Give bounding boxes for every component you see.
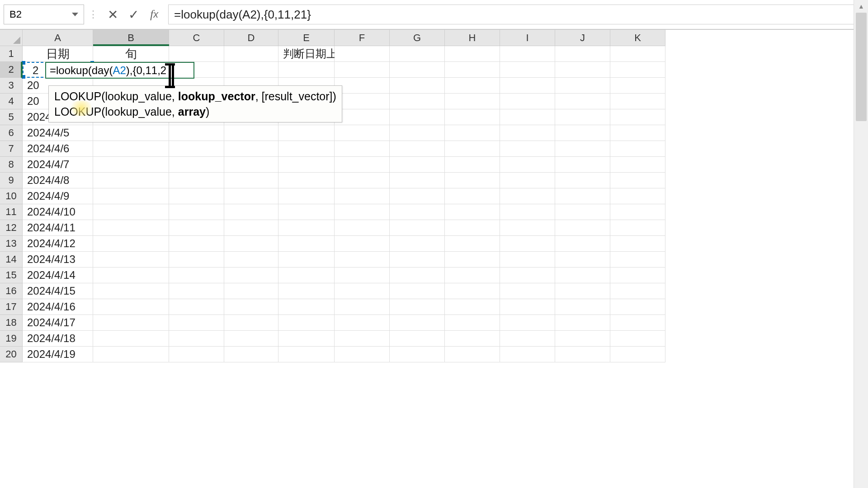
row-header-17[interactable]: 17 [0,299,23,315]
col-header-D[interactable]: D [224,30,278,46]
cell-D13[interactable] [224,236,278,252]
cell-H2[interactable] [445,62,500,78]
cell-I12[interactable] [500,220,555,236]
cell-C20[interactable] [169,347,224,362]
cell-I19[interactable] [500,331,555,347]
cell-D11[interactable] [224,204,278,220]
cell-H20[interactable] [445,347,500,362]
function-tooltip[interactable]: LOOKUP(lookup_value, lookup_vector, [res… [48,85,342,122]
cell-I6[interactable] [500,125,555,141]
cell-K1[interactable] [610,46,665,62]
cell-E18[interactable] [278,315,335,331]
cell-F14[interactable] [335,252,390,267]
cell-J8[interactable] [555,157,610,173]
cell-A9[interactable]: 2024/4/8 [23,173,93,188]
col-header-B[interactable]: B [93,30,169,46]
cancel-button[interactable]: ✕ [102,5,123,24]
cell-E15[interactable] [278,267,335,283]
cell-C1[interactable] [169,46,224,62]
row-header-2[interactable]: 2 [0,62,23,78]
chevron-down-icon[interactable] [72,13,78,16]
col-header-J[interactable]: J [555,30,610,46]
cell-J15[interactable] [555,267,610,283]
cell-H16[interactable] [445,283,500,299]
cell-F15[interactable] [335,267,390,283]
cell-B9[interactable] [93,173,169,188]
cell-E1[interactable]: 判断日期上中下旬 [278,46,335,62]
cell-G14[interactable] [390,252,445,267]
cell-A15[interactable]: 2024/4/14 [23,267,93,283]
cell-I5[interactable] [500,109,555,125]
cell-B12[interactable] [93,220,169,236]
cell-J1[interactable] [555,46,610,62]
cell-G15[interactable] [390,267,445,283]
cell-A6[interactable]: 2024/4/5 [23,125,93,141]
cell-K16[interactable] [610,283,665,299]
cell-A19[interactable]: 2024/4/18 [23,331,93,347]
cell-G11[interactable] [390,204,445,220]
cell-E7[interactable] [278,141,335,157]
cell-I7[interactable] [500,141,555,157]
cell-G9[interactable] [390,173,445,188]
cell-A10[interactable]: 2024/4/9 [23,188,93,204]
row-header-11[interactable]: 11 [0,204,23,220]
cell-E13[interactable] [278,236,335,252]
cell-G5[interactable] [390,109,445,125]
cell-H3[interactable] [445,78,500,94]
row-header-15[interactable]: 15 [0,267,23,283]
cell-I18[interactable] [500,315,555,331]
cell-K4[interactable] [610,94,665,109]
cell-I1[interactable] [500,46,555,62]
cell-D14[interactable] [224,252,278,267]
cell-G18[interactable] [390,315,445,331]
cell-H12[interactable] [445,220,500,236]
cell-G12[interactable] [390,220,445,236]
cell-J13[interactable] [555,236,610,252]
cell-I11[interactable] [500,204,555,220]
cell-I4[interactable] [500,94,555,109]
cell-F11[interactable] [335,204,390,220]
cell-K10[interactable] [610,188,665,204]
cell-I16[interactable] [500,283,555,299]
cell-J9[interactable] [555,173,610,188]
cell-B19[interactable] [93,331,169,347]
cell-F9[interactable] [335,173,390,188]
enter-button[interactable]: ✓ [123,5,144,24]
row-header-3[interactable]: 3 [0,78,23,94]
cell-I9[interactable] [500,173,555,188]
cell-J20[interactable] [555,347,610,362]
row-header-6[interactable]: 6 [0,125,23,141]
row-header-20[interactable]: 20 [0,347,23,362]
cell-K5[interactable] [610,109,665,125]
cell-E14[interactable] [278,252,335,267]
cell-H4[interactable] [445,94,500,109]
cell-K3[interactable] [610,78,665,94]
cell-C15[interactable] [169,267,224,283]
cell-E16[interactable] [278,283,335,299]
cell-H14[interactable] [445,252,500,267]
col-header-I[interactable]: I [500,30,555,46]
row-header-12[interactable]: 12 [0,220,23,236]
cell-G6[interactable] [390,125,445,141]
col-header-G[interactable]: G [390,30,445,46]
cell-J6[interactable] [555,125,610,141]
cell-K6[interactable] [610,125,665,141]
cell-J16[interactable] [555,283,610,299]
cell-H19[interactable] [445,331,500,347]
formula-input[interactable]: =lookup(day(A2),{0,11,21} [168,5,864,24]
cell-D19[interactable] [224,331,278,347]
cell-F3[interactable] [335,78,390,94]
cell-G8[interactable] [390,157,445,173]
cell-H10[interactable] [445,188,500,204]
row-header-16[interactable]: 16 [0,283,23,299]
cell-D16[interactable] [224,283,278,299]
cell-G20[interactable] [390,347,445,362]
cell-A16[interactable]: 2024/4/15 [23,283,93,299]
cell-D9[interactable] [224,173,278,188]
cell-A14[interactable]: 2024/4/13 [23,252,93,267]
cell-A11[interactable]: 2024/4/10 [23,204,93,220]
cell-B13[interactable] [93,236,169,252]
cell-K19[interactable] [610,331,665,347]
cell-A8[interactable]: 2024/4/7 [23,157,93,173]
cell-I17[interactable] [500,299,555,315]
